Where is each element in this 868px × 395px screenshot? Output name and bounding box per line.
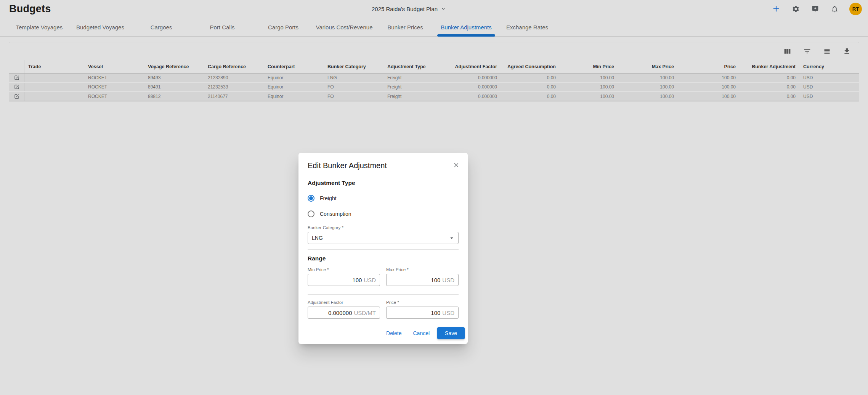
dialog-title: Edit Bunker Adjustment [308, 161, 459, 170]
min-price-input[interactable]: 100 USD [308, 274, 380, 286]
radio-freight-control[interactable] [308, 195, 314, 202]
price-input[interactable]: 100 USD [386, 307, 459, 319]
radio-consumption[interactable]: Consumption [308, 210, 459, 218]
min-price-field: Min Price * 100 USD [308, 267, 380, 286]
select-chevron-icon [448, 234, 455, 241]
radio-consumption-label: Consumption [320, 211, 351, 217]
price-label: Price * [386, 300, 459, 305]
bunker-category-label: Bunker Category * [308, 225, 459, 230]
range-heading: Range [308, 255, 459, 262]
adjustment-factor-input[interactable]: 0.000000 USD/MT [308, 307, 380, 319]
adjustment-factor-field: Adjustment Factor 0.000000 USD/MT [308, 300, 380, 319]
divider [308, 294, 459, 295]
radio-freight-label: Freight [320, 195, 337, 201]
save-button[interactable]: Save [437, 327, 465, 339]
adjustment-type-heading: Adjustment Type [308, 180, 459, 186]
radio-consumption-control[interactable] [308, 210, 314, 217]
price-field: Price * 100 USD [386, 300, 459, 319]
bunker-category-select[interactable]: LNG [308, 232, 459, 244]
bunker-category-value: LNG [312, 235, 448, 241]
radio-freight[interactable]: Freight [308, 194, 459, 202]
cancel-button[interactable]: Cancel [409, 327, 433, 339]
max-price-label: Max Price * [386, 267, 459, 272]
max-price-field: Max Price * 100 USD [386, 267, 459, 286]
adjustment-factor-label: Adjustment Factor [308, 300, 380, 305]
min-price-label: Min Price * [308, 267, 380, 272]
close-icon[interactable] [452, 161, 461, 170]
max-price-input[interactable]: 100 USD [386, 274, 459, 286]
edit-bunker-adjustment-dialog: Edit Bunker Adjustment Adjustment Type F… [298, 153, 468, 344]
divider [308, 249, 459, 250]
delete-button[interactable]: Delete [382, 327, 405, 339]
